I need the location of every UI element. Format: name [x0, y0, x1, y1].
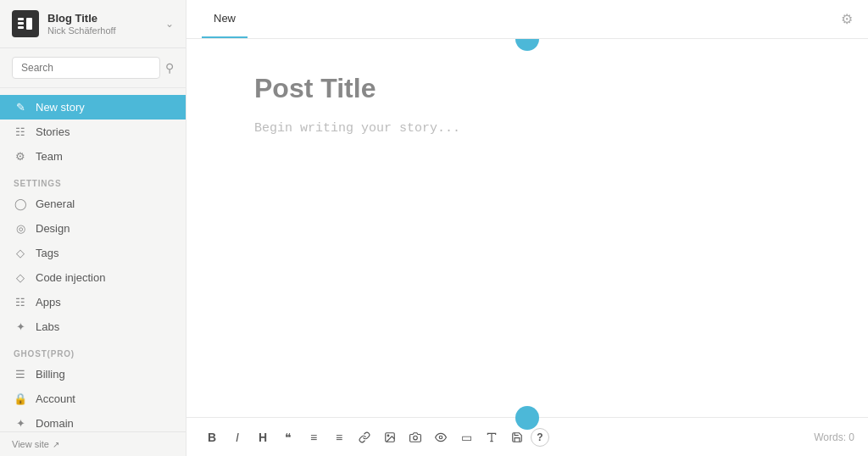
word-count: Words: 0	[814, 431, 854, 443]
blog-author: Nick Schäferhoff	[47, 25, 116, 36]
view-site-label: View site	[12, 439, 49, 449]
apps-icon: ☷	[14, 296, 27, 309]
view-site-link[interactable]: View site ↗	[0, 431, 186, 456]
svg-rect-3	[26, 18, 32, 30]
formatting-toolbar: B I H ❝ ≡ ≡	[200, 425, 549, 449]
sidebar-item-label: Design	[36, 222, 70, 235]
blog-info[interactable]: Blog Title Nick Schäferhoff	[12, 10, 116, 37]
svg-point-6	[414, 436, 418, 440]
sidebar-item-label: Tags	[36, 247, 58, 259]
ordered-list-button[interactable]: ≡	[327, 425, 351, 449]
team-icon: ⚙	[14, 150, 27, 163]
tab-new-label: New	[214, 12, 236, 25]
svg-rect-2	[18, 26, 24, 29]
unordered-list-button[interactable]: ≡	[302, 425, 326, 449]
sidebar-search-bar: ⚲	[0, 48, 186, 88]
post-title[interactable]: Post Title	[254, 73, 800, 104]
billing-icon: ☰	[14, 368, 27, 381]
svg-rect-0	[18, 18, 24, 20]
camera-button[interactable]	[403, 425, 427, 449]
sidebar-item-label: Stories	[36, 125, 70, 138]
sidebar-item-general[interactable]: ◯ General	[0, 192, 186, 216]
sidebar-item-team[interactable]: ⚙ Team	[0, 144, 186, 169]
sidebar-item-new-story[interactable]: ✎ New story	[0, 95, 186, 120]
split-view-button[interactable]: ▭	[454, 425, 478, 449]
sidebar-item-domain[interactable]: ✦ Domain	[0, 411, 186, 431]
heading-button[interactable]: H	[251, 425, 275, 449]
ghost-pro-section-label: GHOST(PRO)	[0, 339, 186, 362]
bottom-toolbar: B I H ❝ ≡ ≡	[186, 417, 868, 456]
search-icon[interactable]: ⚲	[165, 61, 174, 75]
general-icon: ◯	[14, 197, 27, 210]
top-bar: New ⚙	[186, 0, 868, 39]
tab-new[interactable]: New	[202, 0, 248, 38]
sidebar-item-tags[interactable]: ◇ Tags	[0, 241, 186, 265]
spellcheck-button[interactable]	[480, 425, 504, 449]
tab-bar: New	[202, 0, 248, 38]
link-button[interactable]	[353, 425, 376, 449]
sidebar-item-label: General	[36, 197, 75, 210]
sidebar-item-label: Apps	[36, 296, 61, 309]
settings-section-label: SETTINGS	[0, 169, 186, 192]
main-content: New ⚙ Post Title Begin writing your stor…	[186, 0, 868, 456]
design-icon: ◎	[14, 222, 27, 235]
blog-title-group: Blog Title Nick Schäferhoff	[47, 12, 116, 36]
sidebar-item-account[interactable]: 🔒 Account	[0, 386, 186, 411]
sidebar-item-code-injection[interactable]: ◇ Code injection	[0, 265, 186, 290]
sidebar-item-label: Domain	[36, 417, 74, 430]
svg-point-7	[439, 436, 442, 439]
account-icon: 🔒	[14, 392, 27, 405]
new-story-icon: ✎	[14, 101, 27, 114]
dropdown-chevron-icon[interactable]: ⌄	[165, 18, 174, 30]
search-input[interactable]	[12, 57, 160, 79]
sidebar-item-label: Team	[36, 150, 63, 163]
labs-icon: ✦	[14, 320, 27, 333]
external-link-icon: ↗	[53, 440, 59, 449]
sidebar-nav: ✎ New story ☷ Stories ⚙ Team SETTINGS ◯ …	[0, 88, 186, 431]
image-button[interactable]	[378, 425, 402, 449]
post-body[interactable]: Begin writing your story...	[254, 121, 800, 136]
sidebar-item-labs[interactable]: ✦ Labs	[0, 314, 186, 339]
blog-icon	[12, 10, 39, 37]
editor-add-circle[interactable]	[515, 39, 539, 51]
sidebar-item-stories[interactable]: ☷ Stories	[0, 120, 186, 144]
stories-icon: ☷	[14, 125, 27, 138]
sidebar-item-apps[interactable]: ☷ Apps	[0, 290, 186, 314]
sidebar-item-label: Billing	[36, 368, 65, 381]
sidebar-item-label: Code injection	[36, 271, 105, 284]
sidebar-item-label: Labs	[36, 320, 59, 333]
sidebar-header: Blog Title Nick Schäferhoff ⌄	[0, 0, 186, 48]
italic-button[interactable]: I	[225, 425, 249, 449]
quote-button[interactable]: ❝	[276, 425, 300, 449]
sidebar-item-billing[interactable]: ☰ Billing	[0, 362, 186, 386]
svg-point-5	[387, 435, 389, 437]
sidebar-item-label: New story	[36, 101, 85, 114]
sidebar-item-design[interactable]: ◎ Design	[0, 216, 186, 241]
help-button[interactable]: ?	[531, 428, 549, 447]
code-injection-icon: ◇	[14, 271, 27, 284]
sidebar: Blog Title Nick Schäferhoff ⌄ ⚲ ✎ New st…	[0, 0, 186, 456]
editor-area[interactable]: Post Title Begin writing your story...	[186, 39, 868, 417]
sidebar-item-label: Account	[36, 392, 75, 405]
bold-button[interactable]: B	[200, 425, 224, 449]
svg-rect-1	[18, 22, 24, 25]
preview-button[interactable]	[429, 425, 453, 449]
toolbar-add-circle[interactable]	[515, 406, 539, 430]
domain-icon: ✦	[14, 417, 27, 430]
blog-title: Blog Title	[47, 12, 116, 25]
tags-icon: ◇	[14, 247, 27, 259]
settings-gear-button[interactable]: ⚙	[841, 11, 853, 27]
